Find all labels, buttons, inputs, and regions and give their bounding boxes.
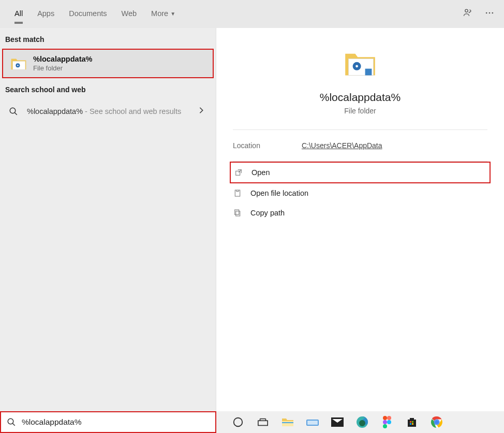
school-web-header: Search school and web xyxy=(0,78,216,99)
tab-all[interactable]: All xyxy=(7,4,30,24)
taskbar xyxy=(226,411,504,433)
folder-icon-large xyxy=(344,49,377,82)
action-open-file-location-label: Open file location xyxy=(250,189,308,197)
more-options-icon[interactable] xyxy=(484,8,495,20)
svg-point-6 xyxy=(17,65,18,66)
svg-point-43 xyxy=(435,420,439,424)
copy-icon xyxy=(233,208,242,218)
svg-rect-37 xyxy=(412,421,413,423)
cortana-icon[interactable] xyxy=(231,415,245,429)
chevron-right-icon xyxy=(198,107,209,116)
svg-rect-25 xyxy=(282,422,293,423)
action-copy-path-label: Copy path xyxy=(250,209,285,217)
file-location-icon xyxy=(233,189,242,198)
edge-icon[interactable] xyxy=(355,415,369,429)
svg-point-3 xyxy=(492,12,494,14)
web-result-term: %localappdata% xyxy=(27,107,83,116)
svg-rect-20 xyxy=(258,421,268,425)
preview-header: %localappdata% File folder xyxy=(216,28,504,129)
search-tabs-bar: All Apps Documents Web More ▼ xyxy=(0,0,504,28)
feedback-icon[interactable] xyxy=(463,8,473,20)
web-result-suffix: - See school and web results xyxy=(83,107,181,116)
main-area: Best match %localappdata% File folder Se… xyxy=(0,28,504,411)
svg-rect-12 xyxy=(365,69,372,76)
action-open-label: Open xyxy=(251,168,270,177)
svg-point-11 xyxy=(355,65,358,67)
results-panel: Best match %localappdata% File folder Se… xyxy=(0,28,216,411)
svg-rect-16 xyxy=(235,210,239,214)
search-input[interactable] xyxy=(22,417,215,427)
task-view-icon[interactable] xyxy=(256,415,270,429)
action-open-file-location[interactable]: Open file location xyxy=(230,183,491,203)
svg-rect-38 xyxy=(410,423,411,425)
svg-point-32 xyxy=(387,416,391,420)
svg-point-30 xyxy=(359,420,365,426)
figma-icon[interactable] xyxy=(380,415,394,429)
tabs-right-controls xyxy=(463,0,495,28)
svg-point-19 xyxy=(234,418,243,427)
svg-point-7 xyxy=(10,108,16,113)
web-search-result[interactable]: %localappdata% - See school and web resu… xyxy=(0,99,216,124)
svg-rect-36 xyxy=(410,421,411,423)
svg-rect-39 xyxy=(412,423,413,425)
microsoft-store-icon[interactable] xyxy=(405,415,419,429)
location-label: Location xyxy=(233,141,260,150)
svg-point-17 xyxy=(8,418,13,424)
tab-documents[interactable]: Documents xyxy=(62,4,114,24)
file-explorer-icon[interactable] xyxy=(280,415,295,429)
svg-point-31 xyxy=(383,416,387,420)
svg-point-34 xyxy=(387,420,391,424)
preview-panel: %localappdata% File folder Location C:\U… xyxy=(216,28,504,411)
svg-line-8 xyxy=(14,112,17,115)
search-icon xyxy=(1,417,22,427)
location-value[interactable]: C:\Users\ACER\AppData xyxy=(302,141,382,150)
svg-rect-24 xyxy=(282,421,293,426)
preview-title: %localappdata% xyxy=(320,91,401,104)
web-result-text: %localappdata% - See school and web resu… xyxy=(27,106,191,117)
svg-rect-27 xyxy=(307,421,318,425)
svg-point-2 xyxy=(489,12,491,14)
tab-more[interactable]: More ▼ xyxy=(144,4,183,24)
best-match-subtitle: File folder xyxy=(33,64,92,72)
preview-subtitle: File folder xyxy=(344,107,376,115)
onscreen-keyboard-icon[interactable] xyxy=(305,415,320,429)
best-match-text: %localappdata% File folder xyxy=(33,55,92,72)
best-match-title: %localappdata% xyxy=(33,55,92,63)
tab-web[interactable]: Web xyxy=(114,4,144,24)
open-icon xyxy=(234,168,243,177)
folder-icon xyxy=(10,55,27,72)
svg-point-35 xyxy=(383,424,387,428)
chrome-icon[interactable] xyxy=(429,415,444,429)
svg-rect-15 xyxy=(236,211,240,216)
chevron-down-icon: ▼ xyxy=(170,11,175,17)
tab-more-label: More xyxy=(151,9,168,18)
svg-line-18 xyxy=(12,423,15,426)
svg-point-0 xyxy=(465,9,468,12)
search-icon xyxy=(7,107,20,116)
svg-point-1 xyxy=(486,12,487,14)
best-match-result[interactable]: %localappdata% File folder xyxy=(2,49,214,78)
best-match-header: Best match xyxy=(0,28,216,49)
tab-apps[interactable]: Apps xyxy=(30,4,62,24)
location-row: Location C:\Users\ACER\AppData xyxy=(216,130,504,161)
svg-point-33 xyxy=(383,420,387,424)
mail-icon[interactable] xyxy=(330,415,345,429)
action-copy-path[interactable]: Copy path xyxy=(230,203,491,223)
actions-list: Open Open file location Copy path xyxy=(216,162,504,223)
action-open[interactable]: Open xyxy=(230,162,491,183)
svg-rect-14 xyxy=(235,190,240,196)
search-bar[interactable] xyxy=(0,411,216,433)
